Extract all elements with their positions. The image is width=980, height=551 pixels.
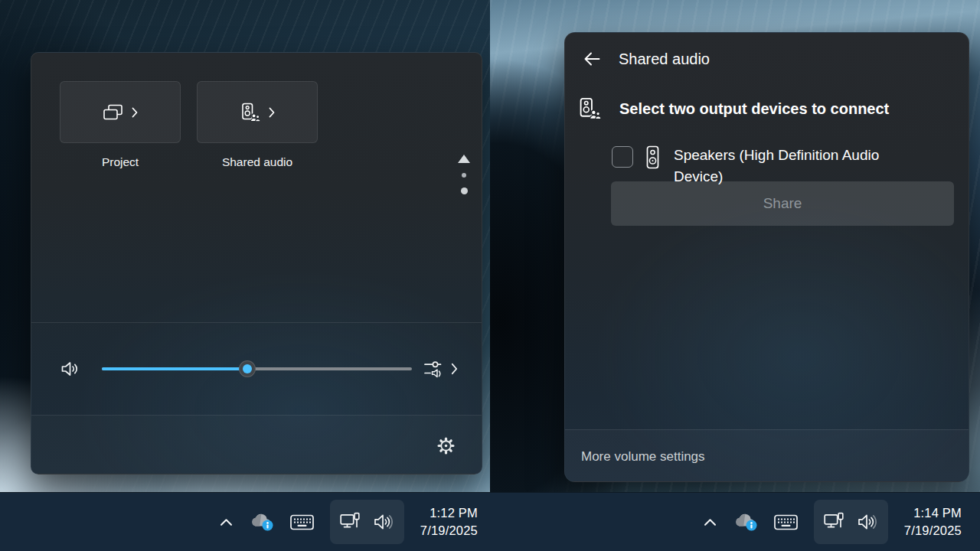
chevron-right-icon	[269, 107, 275, 118]
screen-left: Project	[0, 0, 490, 551]
quick-settings-panel: Project	[31, 52, 482, 474]
network-display-icon	[824, 512, 844, 532]
project-tile-label: Project	[60, 155, 181, 169]
tray-chevron-up-icon[interactable]	[220, 518, 233, 527]
shared-audio-icon	[577, 96, 601, 122]
taskbar: 1:12 PM 7/19/2025	[0, 492, 490, 551]
project-tile-button[interactable]	[60, 81, 181, 143]
touch-keyboard-icon[interactable]	[774, 514, 798, 530]
network-volume-tray-button[interactable]	[330, 500, 404, 544]
select-audio-output-button[interactable]	[423, 359, 458, 380]
quick-settings-grid: Project	[31, 53, 482, 322]
tray-volume-icon	[858, 513, 878, 531]
network-volume-tray-button[interactable]	[814, 500, 888, 544]
back-button[interactable]	[582, 49, 602, 69]
instruction-text: Select two output devices to connect	[619, 100, 889, 118]
volume-slider-thumb-dot	[243, 364, 252, 373]
chevron-right-icon	[451, 363, 458, 375]
shared-audio-tile-button[interactable]	[197, 81, 318, 143]
volume-speaker-icon[interactable]	[60, 360, 80, 378]
system-tray: 1:12 PM 7/19/2025	[220, 493, 478, 551]
settings-gear-button[interactable]	[436, 436, 456, 455]
taskbar-date: 7/19/2025	[420, 522, 478, 540]
panel-title: Shared audio	[619, 51, 710, 68]
quick-settings-footer	[31, 416, 482, 474]
onedrive-icon[interactable]	[733, 513, 758, 531]
chevron-right-icon	[132, 107, 138, 118]
taskbar-date: 7/19/2025	[904, 522, 962, 540]
network-display-icon	[340, 512, 361, 532]
system-tray: 1:14 PM 7/19/2025	[704, 493, 962, 551]
volume-slider[interactable]	[102, 367, 412, 370]
volume-slider-row	[31, 323, 482, 415]
page-dot-icon[interactable]	[461, 187, 468, 194]
more-volume-settings-link[interactable]: More volume settings	[581, 449, 705, 465]
taskbar-time: 1:14 PM	[904, 504, 962, 522]
taskbar-clock[interactable]: 1:12 PM 7/19/2025	[420, 504, 478, 540]
shared-audio-panel: Shared audio Select two output devices t…	[564, 32, 969, 482]
shared-audio-tile-label: Shared audio	[197, 155, 318, 169]
instruction-row: Select two output devices to connect	[577, 96, 958, 122]
taskbar: 1:14 PM 7/19/2025	[490, 492, 980, 551]
audio-output-picker-icon	[423, 359, 446, 380]
touch-keyboard-icon[interactable]	[290, 514, 314, 530]
tray-volume-icon	[374, 513, 394, 531]
screen-right: Shared audio Select two output devices t…	[490, 0, 980, 551]
taskbar-time: 1:12 PM	[420, 504, 478, 522]
page-dot-icon[interactable]	[462, 173, 466, 178]
page-up-triangle-icon[interactable]	[458, 155, 470, 163]
panel-footer: More volume settings	[565, 429, 969, 482]
volume-slider-fill	[102, 367, 247, 370]
shared-audio-icon	[240, 103, 260, 122]
onedrive-icon[interactable]	[249, 513, 274, 531]
share-button[interactable]: Share	[611, 181, 954, 226]
shared-audio-header: Shared audio	[565, 33, 969, 85]
tray-chevron-up-icon[interactable]	[704, 518, 717, 527]
volume-slider-thumb[interactable]	[239, 360, 256, 377]
device-checkbox[interactable]	[612, 146, 633, 168]
project-icon	[103, 104, 123, 121]
page-indicator	[456, 155, 472, 194]
taskbar-clock[interactable]: 1:14 PM 7/19/2025	[904, 504, 962, 540]
